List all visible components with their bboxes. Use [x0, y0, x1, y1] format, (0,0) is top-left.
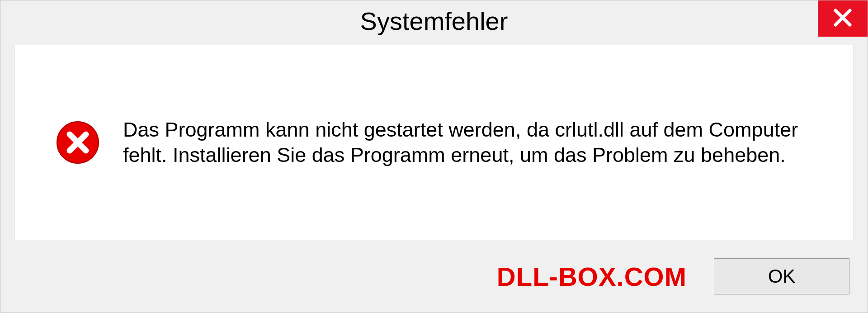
dialog-footer: DLL-BOX.COM OK [0, 249, 868, 313]
dialog-title: Systemfehler [360, 6, 508, 36]
error-message: Das Programm kann nicht gestartet werden… [123, 117, 826, 168]
watermark-text: DLL-BOX.COM [497, 261, 687, 292]
error-icon [55, 120, 100, 165]
ok-button-label: OK [768, 266, 796, 287]
close-button[interactable] [818, 0, 868, 37]
titlebar: Systemfehler [0, 0, 868, 41]
close-icon [832, 7, 854, 30]
ok-button[interactable]: OK [714, 258, 849, 294]
content-area: Das Programm kann nicht gestartet werden… [14, 45, 854, 240]
error-dialog: Systemfehler Das Programm kann nicht ges… [0, 0, 868, 313]
